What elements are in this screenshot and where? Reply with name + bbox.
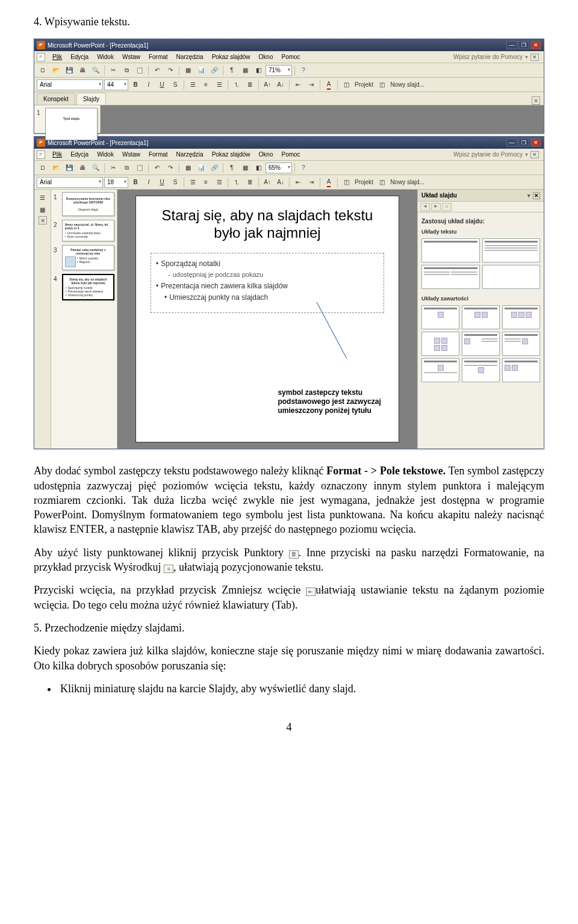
menu-tools[interactable]: Narzędzia <box>173 149 207 160</box>
open-icon[interactable]: 📂 <box>50 163 62 173</box>
restore-button[interactable]: ❐ <box>518 41 529 49</box>
minimize-button[interactable]: ― <box>506 138 517 147</box>
slide-thumbnail[interactable]: Tytuł slajdu <box>45 108 98 140</box>
open-icon[interactable]: 📂 <box>50 65 62 76</box>
menu-file[interactable]: Plik <box>49 52 66 63</box>
new-slide-icon[interactable]: ◫ <box>376 177 388 188</box>
task-forward-button[interactable]: ► <box>431 203 441 211</box>
color-icon[interactable]: ◧ <box>252 65 264 76</box>
decrease-indent-icon[interactable]: ⇤ <box>292 79 304 90</box>
layout-title-content[interactable] <box>482 238 541 262</box>
table-icon[interactable]: ▦ <box>182 163 194 173</box>
zoom-combo[interactable]: 71% <box>266 65 292 76</box>
slide-thumbnail-2[interactable]: Nowy nauczyciel, ul. Nowy, tel. pokój nr… <box>62 220 114 241</box>
bold-icon[interactable]: B <box>129 177 141 188</box>
menu-view[interactable]: Widok <box>93 149 117 160</box>
layout-option[interactable] <box>462 358 500 382</box>
layout-option[interactable] <box>462 305 500 329</box>
layout-blank[interactable] <box>482 265 541 289</box>
italic-icon[interactable]: I <box>143 79 155 90</box>
undo-icon[interactable]: ↶ <box>151 65 163 76</box>
align-left-icon[interactable]: ☰ <box>187 79 199 90</box>
numbering-icon[interactable]: ⒈ <box>231 79 243 90</box>
font-size-combo[interactable]: 44 <box>104 79 128 90</box>
align-right-icon[interactable]: ☰ <box>213 79 225 90</box>
show-hide-icon[interactable]: ¶ <box>226 65 238 76</box>
hyperlink-icon[interactable]: 🔗 <box>208 163 220 173</box>
font-size-combo[interactable]: 18 <box>104 177 128 188</box>
task-back-button[interactable]: ◄ <box>420 203 430 211</box>
zoom-combo[interactable]: 65% <box>266 163 292 173</box>
minimize-button[interactable]: ― <box>506 41 517 49</box>
align-center-icon[interactable]: ≡ <box>200 79 212 90</box>
menu-view[interactable]: Widok <box>93 52 117 63</box>
design-label[interactable]: Projekt <box>353 178 374 187</box>
menu-insert[interactable]: Wstaw <box>119 52 144 63</box>
table-icon[interactable]: ▦ <box>182 65 194 76</box>
design-icon[interactable]: ◫ <box>340 79 352 90</box>
redo-icon[interactable]: ↷ <box>164 163 176 173</box>
italic-icon[interactable]: I <box>143 177 155 188</box>
numbering-icon[interactable]: ⒈ <box>231 177 243 188</box>
close-button[interactable]: ✕ <box>530 138 541 147</box>
layout-two-column[interactable] <box>421 265 480 289</box>
design-label[interactable]: Projekt <box>353 81 374 89</box>
cut-icon[interactable]: ✂ <box>107 163 119 173</box>
slide-title-text[interactable]: Staraj się, aby na slajdach tekstu było … <box>151 207 384 242</box>
help-icon[interactable]: ? <box>297 65 309 76</box>
align-right-icon[interactable]: ☰ <box>213 177 225 188</box>
slide-thumbnail-1[interactable]: Rozpoczynanie tworzenia roku szkolnego 2… <box>62 192 114 216</box>
decrease-font-icon[interactable]: A↓ <box>275 177 287 188</box>
slide-thumbnail-3[interactable]: Pamięć całej medalisty z minionej tej ro… <box>62 245 114 270</box>
bullets-icon[interactable]: ≣ <box>244 79 256 90</box>
layout-option[interactable] <box>462 332 500 356</box>
preview-icon[interactable]: 🔍 <box>90 163 102 173</box>
bullets-icon[interactable]: ≣ <box>244 177 256 188</box>
cut-icon[interactable]: ✂ <box>107 65 119 76</box>
menu-insert[interactable]: Wstaw <box>119 149 144 160</box>
view-sorter-icon[interactable]: ▦ <box>37 204 49 215</box>
paste-icon[interactable]: 📋 <box>134 163 146 173</box>
restore-button[interactable]: ❐ <box>518 138 529 147</box>
layout-option[interactable] <box>421 358 459 382</box>
slide-thumbnail-4[interactable]: Staraj się, aby na slajdach tekstu było … <box>62 274 114 300</box>
menu-edit[interactable]: Edycja <box>67 52 92 63</box>
layout-option[interactable] <box>421 305 459 329</box>
help-search[interactable]: Wpisz pytanie do Pomocy▾ ✕ <box>453 150 541 159</box>
help-search[interactable]: Wpisz pytanie do Pomocy▾ ✕ <box>453 53 541 61</box>
view-normal-icon[interactable]: ☰ <box>37 192 49 203</box>
bold-icon[interactable]: B <box>129 79 141 90</box>
underline-icon[interactable]: U <box>156 79 168 90</box>
print-icon[interactable]: 🖶 <box>76 65 89 76</box>
menu-file[interactable]: Plik <box>49 149 66 160</box>
font-color-icon[interactable]: A <box>323 79 335 90</box>
align-center-icon[interactable]: ≡ <box>200 177 212 188</box>
menu-slideshow[interactable]: Pokaz slajdów <box>208 52 254 63</box>
body-text-placeholder[interactable]: Sporządzaj notatki udostępniaj je podcza… <box>151 253 384 313</box>
font-name-combo[interactable]: Arial <box>37 177 103 188</box>
new-slide-label[interactable]: Nowy slajd... <box>389 178 426 187</box>
print-icon[interactable]: 🖶 <box>76 163 89 173</box>
increase-font-icon[interactable]: A↑ <box>261 79 273 90</box>
menu-slideshow[interactable]: Pokaz slajdów <box>208 149 254 160</box>
save-icon[interactable]: 💾 <box>63 65 75 76</box>
menu-window[interactable]: Okno <box>255 52 277 63</box>
menu-window[interactable]: Okno <box>255 149 277 160</box>
menu-format[interactable]: Format <box>145 149 172 160</box>
layout-option[interactable] <box>421 332 459 356</box>
color-icon[interactable]: ◧ <box>252 163 264 173</box>
shadow-icon[interactable]: S <box>169 79 181 90</box>
increase-indent-icon[interactable]: ⇥ <box>305 177 317 188</box>
close-button[interactable]: ✕ <box>530 41 541 49</box>
tab-slides[interactable]: Slajdy <box>76 93 106 105</box>
new-icon[interactable]: 🗋 <box>37 65 49 76</box>
paste-icon[interactable]: 📋 <box>134 65 146 76</box>
chart-icon[interactable]: 📊 <box>195 163 207 173</box>
help-icon[interactable]: ? <box>297 163 309 173</box>
increase-indent-icon[interactable]: ⇥ <box>305 79 317 90</box>
menu-help[interactable]: Pomoc <box>278 149 303 160</box>
font-name-combo[interactable]: Arial <box>37 79 103 90</box>
preview-icon[interactable]: 🔍 <box>90 65 102 76</box>
slide-editor[interactable]: Staraj się, aby na slajdach tekstu było … <box>117 190 417 448</box>
decrease-indent-icon[interactable]: ⇤ <box>292 177 304 188</box>
